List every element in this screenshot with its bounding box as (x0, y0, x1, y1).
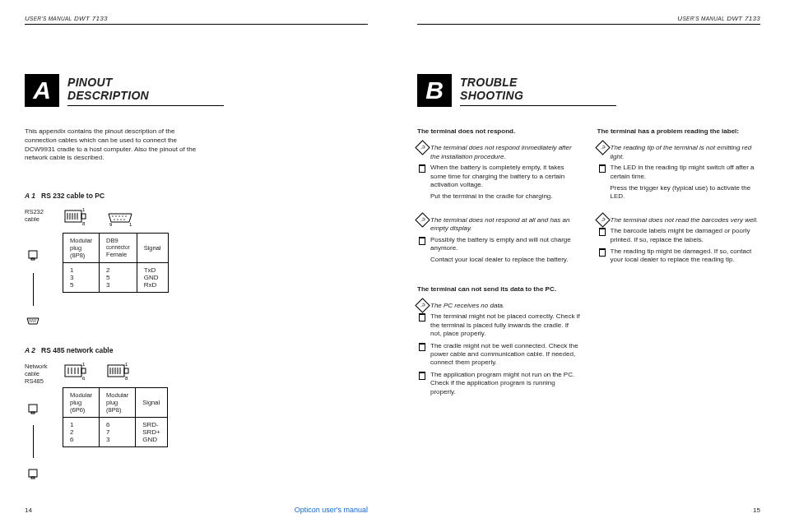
svg-rect-1 (31, 258, 35, 260)
ts-answer: The LED in the reading tip might switch … (597, 164, 761, 181)
a2-block: Network cable RS485 16 18 (25, 363, 368, 479)
svg-text:8: 8 (82, 221, 86, 226)
a1-heading: A 1 RS 232 cable to PC (25, 192, 368, 200)
svg-point-18 (114, 219, 114, 220)
appendix-letter-a: A (25, 74, 59, 107)
ts-question: The terminal does not respond immediatel… (417, 144, 581, 161)
svg-text:6: 6 (82, 376, 86, 381)
svg-rect-5 (81, 214, 86, 219)
ts-heading: The terminal does not respond. (417, 127, 581, 136)
ts-answer: The cradle might not be well connected. … (417, 342, 581, 368)
svg-text:1: 1 (82, 363, 86, 367)
svg-rect-25 (31, 412, 35, 414)
modular-plug-icon (27, 249, 39, 261)
appendix-intro: This appendix contains the pinout descri… (25, 127, 197, 163)
svg-point-17 (125, 215, 126, 216)
appendix-letter-b: B (417, 74, 452, 107)
page-number: 14 (25, 507, 32, 514)
svg-point-13 (112, 215, 113, 216)
a2-cable-label: Network cable RS485 (25, 363, 54, 385)
svg-text:1: 1 (82, 208, 86, 212)
svg-point-20 (120, 219, 121, 220)
table-row: 126 673 SRD-SRD+GND (63, 418, 168, 447)
a1-pinout-table: Modularplug(8P8) DB9connectorFemale Sign… (63, 233, 169, 293)
ts-answer: The barcode labels might be damaged or p… (597, 227, 761, 244)
modular-plug-icon (27, 468, 39, 479)
a1-connectors: 18 91 (63, 208, 169, 226)
svg-rect-37 (124, 368, 128, 373)
svg-text:1: 1 (129, 222, 132, 226)
appendix-head-a: A PINOUT DESCRIPTION (25, 74, 368, 107)
ts-answer: The reading tip might be damaged. If so,… (597, 247, 761, 265)
ts-col-1: The terminal does not respond. The termi… (417, 127, 581, 400)
ts-question: The terminal does not respond at all and… (417, 216, 581, 234)
modular-plug-icon: 16 (63, 363, 89, 381)
svg-rect-27 (31, 477, 35, 479)
ts-answer: Possibly the battery is empty and will n… (417, 236, 581, 253)
db9-connector-icon (26, 317, 39, 326)
ts-question: The reading tip of the terminal is not e… (597, 144, 761, 161)
a1-block: RS232 cable 18 91 (25, 208, 368, 326)
ts-answer: Put the terminal in the cradle for charg… (417, 192, 581, 201)
a2-pinout-table: Modularplug(6P6) Modularplug(8P8) Signal… (63, 387, 168, 447)
appendix-head-b: B TROUBLE SHOOTING (417, 74, 760, 107)
running-header-left: USER'S MANUAL User's manual DWT 7133DWT … (25, 15, 368, 25)
modular-plug-icon: 18 (105, 363, 132, 381)
svg-point-15 (118, 215, 119, 216)
svg-rect-26 (29, 470, 37, 477)
svg-point-16 (122, 215, 123, 216)
svg-point-19 (117, 219, 118, 220)
ts-answer: The application program might not run on… (417, 371, 581, 396)
ts-heading: The terminal can not send its data to th… (417, 285, 581, 294)
a2-connectors: 16 18 (63, 363, 168, 381)
ts-col-2: The terminal has a problem reading the l… (597, 127, 761, 400)
svg-point-14 (115, 215, 116, 216)
a2-heading: A 2 RS 485 network cable (25, 346, 368, 354)
ts-answer: When the battery is completely empty, it… (417, 164, 581, 189)
table-row: 135 253 TxDGNDRxD (63, 263, 169, 293)
running-header-right: USER'S MANUAL DWT 7133 (417, 15, 760, 25)
a1-cable-label: RS232 cable (25, 208, 54, 223)
a2-side-diagram (25, 401, 41, 479)
troubleshooting-columns: The terminal does not respond. The termi… (417, 127, 760, 400)
svg-rect-24 (29, 405, 37, 412)
page-number: 15 (753, 507, 760, 514)
svg-rect-29 (81, 368, 86, 373)
svg-rect-0 (29, 251, 37, 258)
ts-question: The PC receives no data. (417, 302, 581, 310)
svg-rect-28 (65, 365, 81, 377)
appendix-title-a: PINOUT DESCRIPTION (67, 74, 224, 106)
a1-side-diagram (25, 247, 41, 326)
ts-answer: Contact your local dealer to replace the… (417, 256, 581, 264)
svg-text:9: 9 (109, 222, 113, 226)
modular-plug-icon: 18 (63, 208, 89, 226)
svg-point-21 (123, 219, 124, 220)
ts-answer: The terminal might not be placed correct… (417, 312, 581, 338)
modular-plug-icon (27, 403, 39, 414)
footer-link[interactable]: Opticon user's manual (295, 506, 368, 514)
ts-heading: The terminal has a problem reading the l… (597, 127, 761, 136)
db9-connector-icon: 91 (105, 211, 135, 226)
svg-text:8: 8 (125, 376, 128, 381)
page-14: USER'S MANUAL User's manual DWT 7133DWT … (0, 0, 392, 532)
svg-text:1: 1 (125, 363, 128, 367)
appendix-title-b: TROUBLE SHOOTING (460, 74, 616, 106)
page-15: USER'S MANUAL DWT 7133 B TROUBLE SHOOTIN… (392, 0, 785, 532)
ts-question: The terminal does not read the barcodes … (597, 216, 761, 224)
ts-answer: Press the trigger key (typical use) to a… (597, 184, 761, 201)
